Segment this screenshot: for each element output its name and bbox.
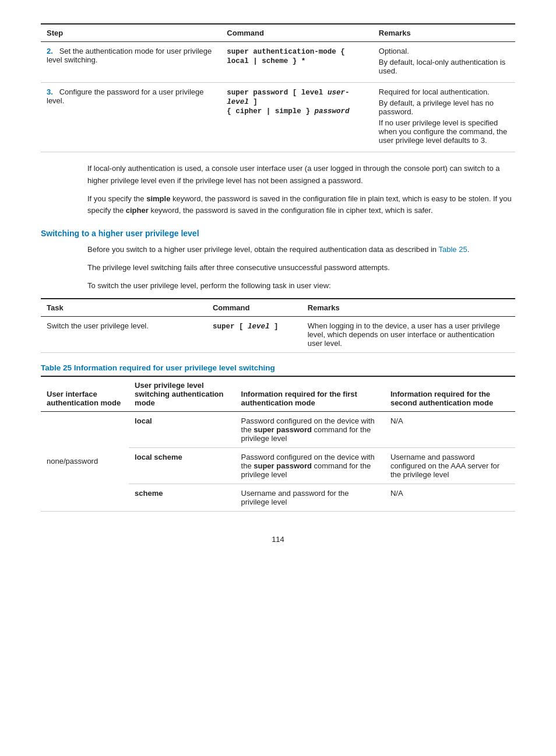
- table-row: none/password local Password configured …: [41, 411, 515, 447]
- step-remarks: Optional. By default, local-only authent…: [379, 47, 509, 75]
- para3-prefix: Before you switch to a higher user privi…: [87, 245, 438, 254]
- steps-col-remarks: Remarks: [373, 24, 515, 42]
- remarks-cell: When logging in to the device, a user ha…: [302, 316, 515, 352]
- table-row: 3. Configure the password for a user pri…: [41, 83, 515, 152]
- second-auth-cell: N/A: [385, 411, 515, 447]
- para2-prefix: If you specify the: [87, 194, 146, 203]
- tbl25-col-second-auth: Information required for the second auth…: [385, 376, 515, 412]
- table25-link[interactable]: Table 25: [438, 245, 467, 254]
- step-description: Set the authentication mode for user pri…: [47, 47, 212, 64]
- steps-table: Step Command Remarks 2. Set the authenti…: [41, 23, 515, 152]
- ui-auth-mode-cell: none/password: [41, 411, 129, 511]
- second-auth-cell: Username and password configured on the …: [385, 447, 515, 484]
- table-row: 2. Set the authentication mode for user …: [41, 42, 515, 83]
- first-auth-cell: Password configured on the device with t…: [235, 447, 385, 484]
- section-heading-switching: Switching to a higher user privilege lev…: [41, 229, 515, 238]
- table25-caption: Table 25 Information required for user p…: [41, 363, 515, 372]
- table-row: Switch the user privilege level. super […: [41, 316, 515, 352]
- task-col-task: Task: [41, 299, 207, 317]
- task-col-remarks: Remarks: [302, 299, 515, 317]
- tbl25-col-switching-auth: User privilege level switching authentic…: [129, 376, 235, 412]
- second-auth-cell: N/A: [385, 484, 515, 511]
- switching-mode-cell: local scheme: [129, 447, 235, 484]
- paragraph-three-attempts: The privilege level switching fails afte…: [87, 262, 515, 274]
- tbl25-col-ui-auth: User interface authentication mode: [41, 376, 129, 412]
- paragraph-keywords: If you specify the simple keyword, the p…: [87, 193, 515, 218]
- step-command: super authentication-mode { local | sche…: [227, 48, 345, 65]
- step-command: super password [ level user-level ]{ cip…: [227, 89, 349, 116]
- tbl25-col-first-auth: Information required for the first authe…: [235, 376, 385, 412]
- step-remarks: Required for local authentication. By de…: [379, 88, 509, 145]
- step-number: 2.: [47, 47, 53, 55]
- task-cell: Switch the user privilege level.: [41, 316, 207, 352]
- task-col-command: Command: [207, 299, 302, 317]
- para2-suffix: keyword, the password is saved in the co…: [149, 206, 433, 215]
- cipher-keyword: cipher: [126, 206, 149, 215]
- step-number: 3.: [47, 88, 53, 96]
- table25: User interface authentication mode User …: [41, 376, 515, 512]
- steps-col-command: Command: [221, 24, 372, 42]
- simple-keyword: simple: [146, 194, 170, 203]
- first-auth-cell: Password configured on the device with t…: [235, 411, 385, 447]
- command-cell: super [ level ]: [207, 316, 302, 352]
- switching-mode-cell: local: [129, 411, 235, 447]
- switching-mode-cell: scheme: [129, 484, 235, 511]
- steps-col-step: Step: [41, 24, 221, 42]
- task-table: Task Command Remarks Switch the user pri…: [41, 298, 515, 353]
- step-description: Configure the password for a user privil…: [47, 88, 204, 105]
- paragraph-task-intro: To switch the user privilege level, perf…: [87, 280, 515, 292]
- paragraph-local-auth: If local-only authentication is used, a …: [87, 163, 515, 187]
- page-number: 114: [41, 535, 515, 544]
- first-auth-cell: Username and password for the privilege …: [235, 484, 385, 511]
- paragraph-before-switch: Before you switch to a higher user privi…: [87, 244, 515, 256]
- para3-suffix: .: [467, 245, 470, 254]
